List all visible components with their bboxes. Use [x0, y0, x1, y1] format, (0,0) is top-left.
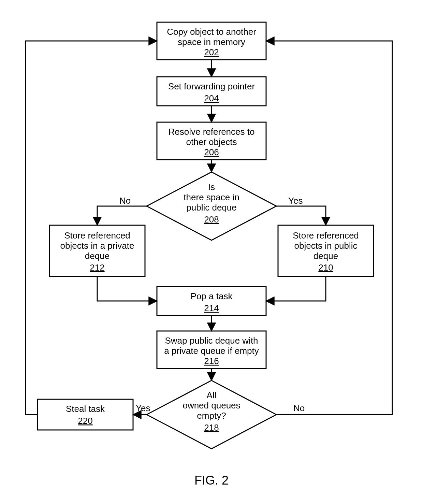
- node-steal-task: Steal task 220: [38, 399, 133, 430]
- node-text: space in memory: [178, 37, 245, 47]
- node-text: Store referenced: [293, 230, 359, 241]
- node-text: Store referenced: [64, 230, 130, 241]
- node-text: deque: [313, 251, 338, 261]
- node-text: Pop a task: [191, 291, 233, 301]
- node-ref: 220: [78, 416, 92, 426]
- node-ref: 210: [318, 262, 333, 273]
- node-store-public-deque: Store referenced objects in public deque…: [278, 225, 374, 276]
- node-text: there space in: [184, 192, 239, 202]
- node-copy-object: Copy object to another space in memory 2…: [157, 22, 266, 60]
- node-text: public deque: [186, 202, 236, 213]
- node-ref: 206: [204, 147, 219, 157]
- node-text: other objects: [186, 137, 237, 147]
- node-text: objects in a private: [60, 241, 134, 251]
- node-ref: 212: [90, 262, 104, 273]
- edge-label-yes: Yes: [288, 196, 303, 206]
- node-text: Resolve references to: [169, 127, 255, 137]
- edge-208-212-no: [97, 206, 147, 225]
- node-ref: 216: [204, 356, 219, 366]
- decision-space-in-public-deque: Is there space in public deque 208: [147, 172, 276, 240]
- node-text: Set forwarding pointer: [168, 81, 255, 91]
- flowchart-diagram: Copy object to another space in memory 2…: [0, 0, 423, 504]
- node-resolve-references: Resolve references to other objects 206: [157, 122, 266, 160]
- edge-label-yes: Yes: [136, 403, 150, 413]
- node-ref: 218: [204, 422, 219, 433]
- node-pop-task: Pop a task 214: [157, 287, 266, 316]
- node-text: Copy object to another: [167, 27, 256, 37]
- node-ref: 214: [204, 303, 219, 313]
- node-text: All: [207, 390, 217, 400]
- node-set-forwarding-pointer: Set forwarding pointer 204: [157, 77, 266, 106]
- node-text: deque: [85, 251, 110, 261]
- figure-caption: FIG. 2: [194, 473, 229, 487]
- edge-212-214: [97, 276, 157, 301]
- edge-label-no: No: [119, 196, 131, 206]
- edge-label-no: No: [293, 403, 305, 413]
- node-text: owned queues: [183, 400, 240, 411]
- node-ref: 204: [204, 93, 219, 103]
- edge-210-214: [266, 276, 326, 301]
- node-text: empty?: [197, 411, 226, 421]
- node-store-private-deque: Store referenced objects in a private de…: [49, 225, 145, 276]
- edge-208-210-yes: [276, 206, 326, 225]
- node-text: Steal task: [66, 404, 105, 414]
- decision-all-queues-empty: All owned queues empty? 218: [147, 380, 276, 449]
- node-text: objects in public: [294, 241, 358, 251]
- node-text: Swap public deque with: [165, 335, 258, 346]
- node-text: Is: [208, 182, 215, 192]
- node-swap-deque: Swap public deque with a private queue i…: [157, 331, 266, 369]
- node-ref: 202: [204, 47, 219, 57]
- node-text: a private queue if empty: [164, 346, 259, 356]
- node-ref: 208: [204, 214, 219, 225]
